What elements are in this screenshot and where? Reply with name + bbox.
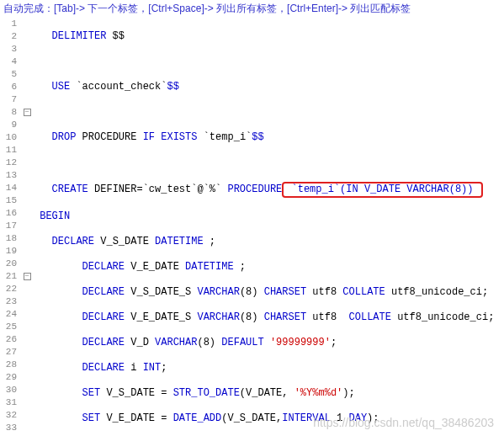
- line-number: 25: [0, 321, 17, 333]
- fold-gutter: − −: [20, 18, 34, 436]
- code-line[interactable]: [34, 56, 504, 68]
- code-line[interactable]: DECLARE V_E_DATE_S VARCHAR(8) CHARSET ut…: [34, 311, 504, 324]
- code-line[interactable]: DECLARE V_S_DATE_S VARCHAR(8) CHARSET ut…: [34, 286, 504, 299]
- line-number: 15: [0, 194, 17, 207]
- line-number: 28: [0, 359, 17, 371]
- line-number: 13: [0, 169, 17, 182]
- code-line[interactable]: SET V_S_DATE = STR_TO_DATE(V_DATE, '%Y%m…: [34, 387, 504, 400]
- line-number: 8: [0, 106, 17, 119]
- line-number: 16: [0, 207, 17, 220]
- line-number: 4: [0, 56, 17, 68]
- line-number: 19: [0, 245, 17, 258]
- line-number: 17: [0, 220, 17, 232]
- code-line[interactable]: DELIMITER $$: [34, 30, 504, 43]
- line-number: 29: [0, 371, 17, 384]
- line-number: 5: [0, 68, 17, 81]
- autocomplete-hint-bar: 自动完成：[Tab]-> 下一个标签，[Ctrl+Space]-> 列出所有标签…: [0, 0, 504, 18]
- line-number: 3: [0, 43, 17, 56]
- code-line[interactable]: [34, 157, 504, 169]
- code-line[interactable]: BEGIN: [34, 210, 504, 223]
- code-line[interactable]: SET V_E_DATE = DATE_ADD(V_S_DATE,INTERVA…: [34, 412, 504, 425]
- line-number: 33: [0, 422, 17, 434]
- code-line[interactable]: DECLARE V_D VARCHAR(8) DEFAULT '99999999…: [34, 337, 504, 349]
- fold-toggle-icon[interactable]: −: [24, 109, 31, 116]
- code-editor[interactable]: 1 2 3 4 5 6 7 8 9 10 11 12 13 14 15 16 1…: [0, 18, 504, 436]
- line-number: 6: [0, 81, 17, 93]
- line-number: 22: [0, 283, 17, 295]
- line-number: 1: [0, 18, 17, 30]
- line-number: 11: [0, 144, 17, 157]
- line-number: 2: [0, 30, 17, 43]
- line-number: 30: [0, 384, 17, 396]
- line-number: 10: [0, 131, 17, 144]
- line-number: 20: [0, 258, 17, 270]
- code-line[interactable]: USE `account_check`$$: [34, 81, 504, 93]
- code-line[interactable]: [34, 106, 504, 119]
- line-number: 27: [0, 346, 17, 359]
- line-number: 9: [0, 119, 17, 131]
- code-area[interactable]: DELIMITER $$ USE `account_check`$$ DROP …: [34, 18, 504, 436]
- line-number: 23: [0, 295, 17, 308]
- line-number: 14: [0, 182, 17, 194]
- fold-toggle-icon[interactable]: −: [24, 273, 31, 280]
- line-number: 18: [0, 232, 17, 245]
- code-line[interactable]: CREATE DEFINER=`cw_test`@`%` PROCEDURE `…: [34, 182, 504, 198]
- line-number: 32: [0, 409, 17, 422]
- line-number: 21: [0, 270, 17, 283]
- line-number: 24: [0, 308, 17, 321]
- code-line[interactable]: DECLARE i INT;: [34, 362, 504, 375]
- code-line[interactable]: DECLARE V_E_DATE DATETIME ;: [34, 261, 504, 274]
- line-number: 31: [0, 396, 17, 409]
- code-line[interactable]: DECLARE V_S_DATE DATETIME ;: [34, 236, 504, 248]
- line-number-gutter: 1 2 3 4 5 6 7 8 9 10 11 12 13 14 15 16 1…: [0, 18, 20, 436]
- line-number: 26: [0, 333, 17, 346]
- line-number: 12: [0, 157, 17, 169]
- line-number: 7: [0, 93, 17, 106]
- highlight-annotation: `temp_i`(IN V_DATE VARCHAR(8)): [282, 182, 482, 198]
- code-line[interactable]: DROP PROCEDURE IF EXISTS `temp_i`$$: [34, 131, 504, 144]
